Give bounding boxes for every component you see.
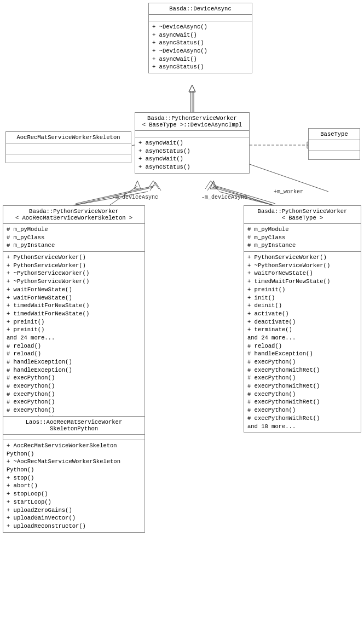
psw-aoc-fields: # m_pyModule # m_pyClass # m_pyInstance bbox=[3, 224, 145, 252]
device-async-title: Basda::DeviceAsync bbox=[149, 3, 252, 15]
svg-line-12 bbox=[250, 164, 328, 192]
base-type-fields bbox=[309, 140, 360, 151]
aoc-skeleton-methods bbox=[6, 154, 131, 163]
psw-basetype-methods: + PythonServiceWorker() + ~PythonService… bbox=[244, 252, 361, 432]
base-type-methods bbox=[309, 151, 360, 159]
base-type-title: BaseType bbox=[309, 129, 360, 140]
psw-deviceasync-fields bbox=[135, 131, 249, 137]
psw-deviceasync-methods: + asyncWait() + asyncStatus() + asyncWai… bbox=[135, 137, 249, 173]
device-async-box: Basda::DeviceAsync + ~DeviceAsync() + as… bbox=[148, 3, 252, 73]
diagram-container: Basda::DeviceAsync + ~DeviceAsync() + as… bbox=[0, 0, 364, 617]
aoc-skeleton-title: AocRecMatServiceWorkerSkeleton bbox=[6, 132, 131, 143]
psw-aoc-box: Basda::PythonServiceWorker < AocRecMatSe… bbox=[3, 205, 145, 433]
psw-aoc-title: Basda::PythonServiceWorker < AocRecMatSe… bbox=[3, 206, 145, 224]
laos-aoc-methods: + AocRecMatServiceWorkerSkeleton Python(… bbox=[3, 440, 145, 532]
label-m-device-async-1: -m_deviceAsync bbox=[112, 194, 158, 200]
laos-aoc-fields bbox=[3, 435, 145, 440]
laos-aoc-box: Laos::AocRecMatServiceWorker SkeletonPyt… bbox=[3, 416, 145, 533]
laos-aoc-title: Laos::AocRecMatServiceWorker SkeletonPyt… bbox=[3, 417, 145, 435]
device-async-fields bbox=[149, 15, 252, 21]
aoc-skeleton-fields bbox=[6, 143, 131, 154]
device-async-methods: + ~DeviceAsync() + asyncWait() + asyncSt… bbox=[149, 21, 252, 73]
psw-basetype-fields: # m_pyModule # m_pyClass # m_pyInstance bbox=[244, 224, 361, 252]
psw-aoc-methods: + PythonServiceWorker() + PythonServiceW… bbox=[3, 252, 145, 432]
svg-marker-1 bbox=[189, 85, 195, 92]
psw-basetype-title: Basda::PythonServiceWorker < BaseType > bbox=[244, 206, 361, 224]
svg-marker-7 bbox=[134, 181, 141, 189]
svg-marker-17 bbox=[189, 85, 195, 92]
aoc-skeleton-box: AocRecMatServiceWorkerSkeleton bbox=[5, 131, 131, 163]
label-m-device-async-2: -m_deviceAsync bbox=[201, 194, 247, 200]
svg-marker-9 bbox=[210, 181, 217, 189]
psw-deviceasync-box: Basda::PythonServiceWorker < BaseType >:… bbox=[135, 112, 250, 174]
base-type-box: BaseType bbox=[308, 128, 360, 160]
psw-basetype-box: Basda::PythonServiceWorker < BaseType > … bbox=[244, 205, 361, 433]
label-m-worker: +m_worker bbox=[274, 189, 303, 195]
psw-deviceasync-title: Basda::PythonServiceWorker < BaseType >:… bbox=[135, 113, 249, 131]
